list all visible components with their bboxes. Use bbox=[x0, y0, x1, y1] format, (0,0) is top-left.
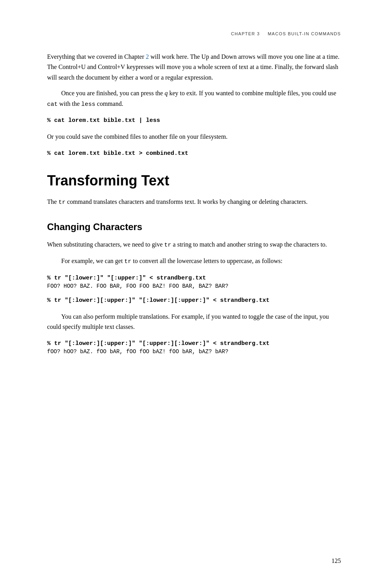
code-block-3: % tr "[:lower:]" "[:upper:]" < strandber… bbox=[47, 275, 341, 289]
para2-cont: key to exit. If you wanted to combine mu… bbox=[168, 90, 336, 96]
cmd4-text: % tr "[:lower:][:upper:]" "[:lower:][:up… bbox=[47, 297, 270, 304]
page-header: CHAPTER 3 MACOS BUILT-IN COMMANDS bbox=[47, 31, 341, 36]
tr-intro-paragraph: The tr command translates characters and… bbox=[47, 197, 341, 208]
paragraph-4: You can also perform multiple translatio… bbox=[47, 312, 341, 332]
changing-intro-paragraph: When substituting characters, we need to… bbox=[47, 240, 341, 250]
changing-tr-inline: tr bbox=[164, 242, 171, 249]
example-indent-paragraph: For example, we can get tr to convert al… bbox=[47, 256, 341, 267]
para2-code1: cat bbox=[47, 101, 58, 108]
page-number: 125 bbox=[332, 557, 341, 564]
tr-code-inline: tr bbox=[58, 199, 66, 206]
tr-intro-after: command translates characters and transf… bbox=[66, 198, 308, 205]
cmd2-text: % cat lorem.txt bible.txt > combined.txt bbox=[47, 150, 188, 157]
header-chapter: CHAPTER 3 bbox=[231, 31, 260, 36]
para1-text-before: Everything that we covered in Chapter bbox=[47, 53, 146, 60]
example-before: For example, we can get bbox=[61, 258, 124, 264]
para2-cont2: with the bbox=[58, 100, 81, 107]
example-after: to convert all the lowercase letters to … bbox=[131, 258, 282, 264]
para2-code2: less bbox=[81, 101, 95, 108]
cmd5-output: fOO? hOO? bAZ. fOO bAR, fOO fOO bAZ! fOO… bbox=[47, 348, 341, 355]
paragraph-2: Once you are finished, you can press the… bbox=[47, 88, 341, 109]
example-tr-inline: tr bbox=[124, 258, 131, 265]
code-block-2: % cat lorem.txt bible.txt > combined.txt bbox=[47, 150, 341, 157]
cmd5-text: % tr "[:lower:][:upper:]" "[:upper:][:lo… bbox=[47, 340, 341, 347]
code-block-5: % tr "[:lower:][:upper:]" "[:upper:][:lo… bbox=[47, 340, 341, 355]
para4-text: You can also perform multiple translatio… bbox=[47, 313, 329, 330]
para2-before: Once you are finished, you can press the bbox=[61, 90, 164, 96]
section-heading-changing-characters: Changing Characters bbox=[47, 221, 341, 232]
code-block-4: % tr "[:lower:][:upper:]" "[:lower:][:up… bbox=[47, 297, 341, 304]
tr-intro-before: The bbox=[47, 198, 58, 205]
changing-intro-before: When substituting characters, we need to… bbox=[47, 241, 164, 248]
section-heading-transforming-text: Transforming Text bbox=[47, 172, 341, 189]
cmd3-output: FOO? HOO? BAZ. FOO BAR, FOO FOO BAZ! FOO… bbox=[47, 283, 341, 289]
paragraph-1: Everything that we covered in Chapter 2 … bbox=[47, 52, 341, 83]
para2-cont3: command. bbox=[95, 100, 123, 107]
paragraph-3: Or you could save the combined files to … bbox=[47, 132, 341, 142]
cmd1-text: % cat lorem.txt bible.txt | less bbox=[47, 117, 160, 124]
page: CHAPTER 3 MACOS BUILT-IN COMMANDS Everyt… bbox=[0, 0, 388, 588]
code-block-1: % cat lorem.txt bible.txt | less bbox=[47, 117, 341, 124]
header-title: MACOS BUILT-IN COMMANDS bbox=[268, 31, 341, 36]
cmd3-text: % tr "[:lower:]" "[:upper:]" < strandber… bbox=[47, 275, 341, 281]
para3-text: Or you could save the combined files to … bbox=[47, 133, 228, 140]
changing-intro-after: a string to match and another string to … bbox=[171, 241, 327, 248]
